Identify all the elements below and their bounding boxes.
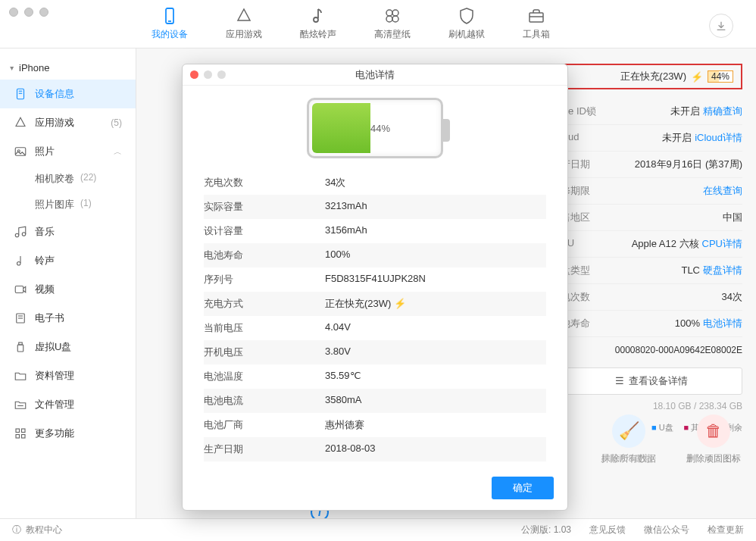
- detail-label: 序列号: [204, 273, 325, 286]
- sidebar-item-video[interactable]: 视频: [0, 275, 136, 304]
- toolbox-icon: [527, 7, 545, 25]
- info-link[interactable]: 硬盘详情: [703, 264, 742, 276]
- info-link[interactable]: 在线查询: [703, 185, 742, 196]
- info-link[interactable]: CPU详情: [702, 238, 742, 249]
- sidebar-item-photos[interactable]: 照片 ︿: [0, 137, 136, 166]
- delete-icons-button[interactable]: 🗑 删除顽固图标: [686, 414, 741, 465]
- minimize-icon: [204, 70, 212, 79]
- tab-wallpaper[interactable]: 高清壁纸: [374, 7, 411, 41]
- dialog-traffic-lights[interactable]: [190, 70, 226, 79]
- view-device-details-button[interactable]: ☰查看设备详情: [561, 367, 742, 395]
- folder-icon: [14, 369, 27, 383]
- check-update-link[interactable]: 检查更新: [708, 524, 744, 536]
- svg-point-14: [15, 233, 19, 237]
- tab-jailbreak[interactable]: 刷机越狱: [448, 7, 485, 41]
- info-value: 2018年9月16日 (第37周): [635, 158, 742, 171]
- detail-value: 2018-08-03: [325, 442, 376, 456]
- download-button[interactable]: [709, 14, 733, 38]
- sidebar-item-data-mgmt[interactable]: 资料管理: [0, 361, 136, 390]
- minimize-dot[interactable]: [24, 8, 33, 17]
- svg-rect-26: [16, 435, 20, 439]
- sidebar-count: (5): [111, 117, 122, 128]
- help-icon[interactable]: ⓘ: [12, 524, 21, 536]
- sidebar-item-label: 设备信息: [35, 87, 74, 101]
- close-dot[interactable]: [9, 8, 18, 17]
- detail-label: 实际容量: [204, 200, 325, 214]
- svg-rect-22: [19, 342, 23, 345]
- svg-rect-9: [17, 89, 24, 99]
- sidebar-item-music[interactable]: 音乐: [0, 217, 136, 246]
- sidebar-item-usb[interactable]: 虚拟U盘: [0, 333, 136, 361]
- sidebar-item-apps[interactable]: 应用游戏 (5): [0, 108, 136, 137]
- sidebar-sub-photo-library[interactable]: 照片图库 (1): [0, 192, 136, 217]
- info-row: 售地区中国: [561, 205, 742, 231]
- dialog-titlebar: 电池详情: [183, 64, 567, 86]
- detail-row: 实际容量3213mAh: [204, 195, 546, 219]
- detail-value: 3213mAh: [325, 200, 367, 214]
- feedback-link[interactable]: 意见反馈: [589, 524, 626, 536]
- tab-toolbox[interactable]: 工具箱: [523, 7, 550, 41]
- tutorial-link[interactable]: 教程中心: [26, 524, 62, 536]
- zoom-icon: [217, 70, 226, 79]
- tab-ringtones[interactable]: 酷炫铃声: [300, 7, 336, 41]
- detail-label: 当前电压: [204, 321, 325, 335]
- info-link[interactable]: iCloud详情: [695, 132, 742, 143]
- info-value: TLC硬盘详情: [681, 264, 742, 277]
- info-link[interactable]: 精确查询: [703, 105, 742, 117]
- tab-label: 酷炫铃声: [300, 28, 336, 41]
- sidebar-item-label: 照片: [35, 145, 55, 158]
- apps-icon: [235, 7, 253, 25]
- detail-value: 4.04V: [325, 321, 351, 335]
- svg-rect-27: [22, 435, 26, 439]
- footer-bar: ⓘ 教程中心 公测版: 1.03 意见反馈 微信公众号 检查更新: [0, 518, 756, 541]
- version-text: 公测版: 1.03: [521, 524, 571, 536]
- info-row: 修期限在线查询: [561, 178, 742, 205]
- tab-label: 工具箱: [523, 28, 550, 41]
- sidebar-item-ebooks[interactable]: 电子书: [0, 304, 136, 333]
- sidebar-item-ringtones[interactable]: 铃声: [0, 246, 136, 275]
- svg-point-15: [22, 233, 26, 236]
- apps-icon: [14, 116, 27, 130]
- sidebar-item-label: 虚拟U盘: [35, 340, 71, 354]
- sidebar-device-header[interactable]: iPhone: [0, 56, 136, 80]
- detail-label: 充电次数: [204, 176, 325, 189]
- info-value: 未开启精确查询: [670, 105, 742, 118]
- detail-value: 惠州德赛: [325, 418, 364, 432]
- detail-row: 充电次数34次: [204, 170, 546, 195]
- sidebar-count: (22): [80, 172, 96, 186]
- top-toolbar: 我的设备 应用游戏 酷炫铃声 高清壁纸 刷机越狱 工具箱: [0, 0, 756, 48]
- bolt-icon: ⚡: [691, 71, 703, 83]
- sidebar-sub-camera-roll[interactable]: 相机胶卷 (22): [0, 166, 136, 192]
- wechat-link[interactable]: 微信公众号: [644, 524, 689, 536]
- sidebar-item-more[interactable]: 更多功能: [0, 419, 136, 448]
- detail-value: 3580mA: [325, 394, 361, 408]
- window-traffic-lights[interactable]: [9, 8, 48, 17]
- svg-point-2: [314, 17, 318, 22]
- tab-apps[interactable]: 应用游戏: [226, 7, 262, 41]
- sidebar-item-label: 电子书: [35, 311, 64, 325]
- svg-rect-7: [530, 13, 543, 22]
- photos-icon: [14, 145, 27, 158]
- sidebar-item-device-info[interactable]: 设备信息: [0, 80, 136, 108]
- ok-button[interactable]: 确定: [492, 477, 554, 499]
- sidebar-count: (1): [80, 198, 92, 211]
- info-value: 未开启iCloud详情: [662, 131, 742, 145]
- book-icon: [14, 311, 27, 325]
- chevron-up-icon: ︿: [114, 146, 122, 158]
- sidebar-item-file-mgmt[interactable]: 文件管理: [0, 390, 136, 419]
- detail-value: 正在快充(23W)⚡: [325, 297, 406, 311]
- charging-status-badge: 正在快充(23W) ⚡ 44%: [561, 64, 742, 89]
- sidebar-item-label: 铃声: [35, 254, 55, 267]
- sidebar: iPhone 设备信息 应用游戏 (5) 照片 ︿ 相机胶卷 (22) 照片图库…: [0, 48, 136, 518]
- clover-icon: [383, 7, 401, 25]
- close-icon[interactable]: [190, 70, 198, 79]
- tab-my-device[interactable]: 我的设备: [152, 7, 188, 41]
- dialog-title: 电池详情: [355, 68, 395, 82]
- battery-visual: 44%: [204, 98, 546, 158]
- zoom-dot[interactable]: [39, 8, 48, 17]
- info-link[interactable]: 电池详情: [703, 317, 742, 329]
- list-icon: ☰: [615, 375, 624, 386]
- detail-row: 开机电压3.80V: [204, 340, 546, 364]
- detail-label: 充电方式: [204, 297, 325, 311]
- sidebar-item-label: 更多功能: [35, 427, 74, 440]
